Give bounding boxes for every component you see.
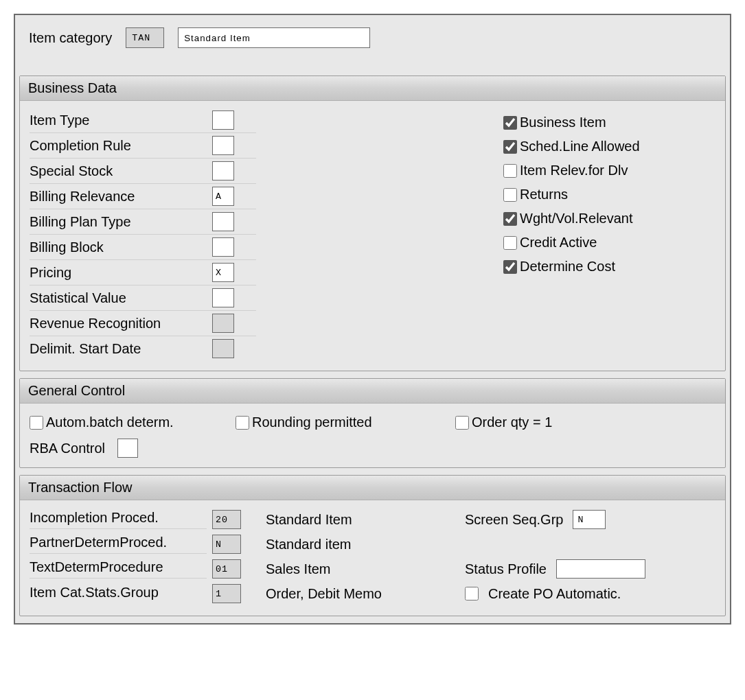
- item-cat-stats-group-label: Item Cat.Stats.Group: [30, 585, 207, 603]
- business-item-label: Business Item: [520, 115, 606, 130]
- billing-plan-type-input[interactable]: [212, 212, 234, 231]
- screen-seq-grp-label: Screen Seq.Grp: [465, 512, 563, 528]
- wght-vol-relevant-checkbox[interactable]: [503, 212, 517, 226]
- sched-line-allowed-label: Sched.Line Allowed: [520, 139, 640, 154]
- wght-vol-relevant-label: Wght/Vol.Relevant: [520, 211, 633, 226]
- transaction-flow-group: Transaction Flow Incompletion Proced. St…: [19, 475, 726, 616]
- status-profile-label: Status Profile: [465, 561, 547, 577]
- create-po-automatic-checkbox[interactable]: [465, 587, 479, 600]
- item-category-panel: Item category Business Data Item Type Co…: [14, 14, 731, 625]
- incompletion-proced-input[interactable]: [212, 510, 241, 529]
- incompletion-proced-desc: Standard Item: [266, 512, 465, 528]
- billing-plan-type-label: Billing Plan Type: [30, 214, 207, 230]
- sched-line-allowed-checkbox[interactable]: [503, 140, 517, 154]
- returns-label: Returns: [520, 187, 568, 202]
- billing-block-label: Billing Block: [30, 240, 207, 255]
- credit-active-checkbox[interactable]: [503, 236, 517, 250]
- order-qty-1-checkbox[interactable]: [455, 416, 469, 430]
- statistical-value-input[interactable]: [212, 288, 234, 307]
- item-relev-dlv-checkbox[interactable]: [503, 164, 517, 178]
- determine-cost-checkbox[interactable]: [503, 260, 517, 274]
- text-determ-procedure-desc: Sales Item: [266, 561, 465, 577]
- transaction-flow-header: Transaction Flow: [20, 476, 725, 500]
- item-type-label: Item Type: [30, 113, 207, 128]
- status-profile-input[interactable]: [556, 559, 645, 579]
- text-determ-procedure-label: TextDetermProcedure: [30, 559, 207, 579]
- incompletion-proced-label: Incompletion Proced.: [30, 510, 207, 529]
- screen-seq-grp-input[interactable]: [573, 510, 606, 529]
- general-control-header: General Control: [20, 379, 725, 404]
- revenue-recognition-input[interactable]: [212, 314, 234, 333]
- determine-cost-label: Determine Cost: [520, 259, 615, 275]
- billing-relevance-label: Billing Relevance: [30, 189, 207, 205]
- business-item-checkbox[interactable]: [503, 116, 517, 130]
- pricing-label: Pricing: [30, 265, 207, 281]
- item-category-description[interactable]: [178, 27, 370, 48]
- general-control-group: General Control Autom.batch determ. Roun…: [19, 378, 726, 468]
- rounding-permitted-checkbox[interactable]: [236, 416, 249, 430]
- delimit-start-date-label: Delimit. Start Date: [30, 341, 207, 357]
- item-type-input[interactable]: [212, 110, 234, 130]
- rba-control-label: RBA Control: [30, 441, 105, 456]
- item-category-label: Item category: [29, 30, 112, 46]
- special-stock-input[interactable]: [212, 161, 234, 180]
- rba-control-input[interactable]: [117, 439, 138, 458]
- billing-block-input[interactable]: [212, 237, 234, 257]
- completion-rule-label: Completion Rule: [30, 138, 207, 154]
- text-determ-procedure-input[interactable]: [212, 559, 241, 579]
- partner-determ-proced-desc: Standard item: [266, 537, 465, 552]
- pricing-input[interactable]: [212, 263, 234, 282]
- create-po-automatic-label: Create PO Automatic.: [488, 586, 621, 602]
- item-category-code[interactable]: [126, 27, 164, 48]
- item-cat-stats-group-desc: Order, Debit Memo: [266, 586, 465, 602]
- delimit-start-date-input[interactable]: [212, 339, 234, 358]
- billing-relevance-input[interactable]: [212, 187, 234, 206]
- credit-active-label: Credit Active: [520, 235, 597, 250]
- statistical-value-label: Statistical Value: [30, 290, 207, 306]
- rounding-permitted-label: Rounding permitted: [252, 415, 372, 430]
- partner-determ-proced-label: PartnerDetermProced.: [30, 535, 207, 554]
- partner-determ-proced-input[interactable]: [212, 535, 241, 554]
- item-relev-dlv-label: Item Relev.for Dlv: [520, 163, 628, 178]
- autom-batch-label: Autom.batch determ.: [46, 415, 174, 430]
- business-data-group: Business Data Item Type Completion Rule …: [19, 75, 726, 371]
- revenue-recognition-label: Revenue Recognition: [30, 316, 207, 331]
- returns-checkbox[interactable]: [503, 188, 517, 202]
- business-data-header: Business Data: [20, 76, 725, 101]
- item-cat-stats-group-input[interactable]: [212, 584, 241, 603]
- special-stock-label: Special Stock: [30, 163, 207, 179]
- completion-rule-input[interactable]: [212, 136, 234, 155]
- autom-batch-checkbox[interactable]: [30, 416, 43, 430]
- header-area: Item category: [15, 15, 730, 75]
- order-qty-1-label: Order qty = 1: [472, 415, 552, 430]
